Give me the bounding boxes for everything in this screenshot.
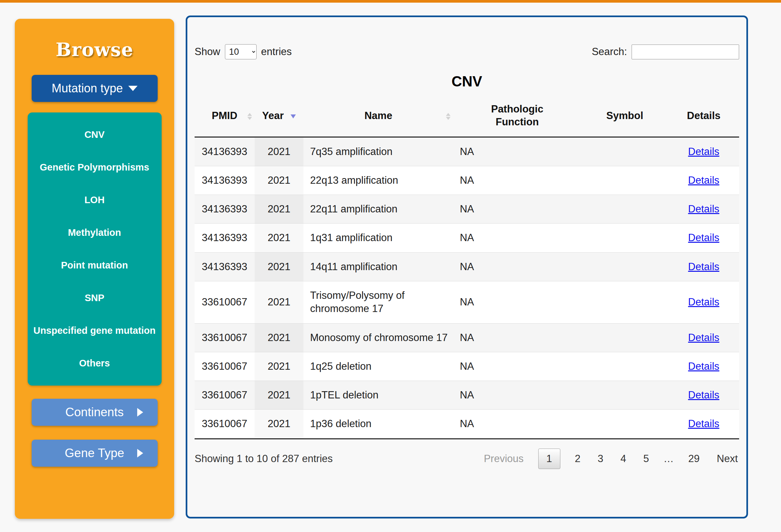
- column-header-name[interactable]: Name: [303, 97, 453, 137]
- cell-pmid: 34136393: [195, 137, 255, 166]
- page-length-select[interactable]: 10: [225, 44, 257, 59]
- table-row: 34136393 2021 22q11 amplification NA Det…: [195, 195, 739, 223]
- column-label: Symbol: [606, 110, 643, 121]
- pagination: Previous 1 2 3 4 5 … 29 Next: [475, 449, 739, 469]
- cell-year: 2021: [255, 381, 304, 410]
- cell-pmid: 33610067: [195, 381, 255, 410]
- sidebar-item-cnv[interactable]: CNV: [28, 118, 162, 151]
- cell-name: 22q13 amplification: [303, 166, 453, 195]
- entries-label: entries: [261, 46, 292, 58]
- cell-pathologic-function: NA: [453, 223, 581, 252]
- cell-pmid: 33610067: [195, 281, 255, 323]
- cell-symbol: [581, 381, 668, 410]
- details-link[interactable]: Details: [688, 361, 719, 372]
- mutation-type-list: CNV Genetic Polymorphisms LOH Methylatio…: [28, 113, 162, 385]
- column-header-pmid[interactable]: PMID: [195, 97, 255, 137]
- search-label: Search:: [592, 46, 627, 58]
- sidebar-item-snp[interactable]: SNP: [28, 282, 162, 314]
- table-row: 33610067 2021 Monosomy of chromosome 17 …: [195, 323, 739, 352]
- cell-pathologic-function: NA: [453, 195, 581, 223]
- sidebar-title: Browse: [56, 39, 133, 60]
- continents-button[interactable]: Continents: [32, 399, 158, 426]
- pagination-page-3[interactable]: 3: [598, 453, 603, 465]
- cell-name: 7q35 amplification: [303, 137, 453, 166]
- pagination-page-4[interactable]: 4: [620, 453, 626, 465]
- pagination-ellipsis: …: [664, 453, 674, 465]
- column-header-pathologic-function: Pathologic Function: [453, 97, 581, 137]
- details-link[interactable]: Details: [688, 232, 719, 243]
- mutation-type-label: Mutation type: [51, 81, 123, 95]
- pagination-page-29[interactable]: 29: [688, 453, 700, 465]
- details-link[interactable]: Details: [688, 203, 719, 215]
- cell-name: 1pTEL deletion: [303, 381, 453, 410]
- column-header-symbol: Symbol: [581, 97, 668, 137]
- continents-label: Continents: [65, 405, 124, 419]
- cell-year: 2021: [255, 195, 304, 223]
- cell-year: 2021: [255, 137, 304, 166]
- cell-pathologic-function: NA: [453, 381, 581, 410]
- pagination-previous[interactable]: Previous: [484, 453, 524, 465]
- cell-pathologic-function: NA: [453, 410, 581, 439]
- table-row: 34136393 2021 22q13 amplification NA Det…: [195, 166, 739, 195]
- column-header-details: Details: [668, 97, 739, 137]
- mutation-type-button[interactable]: Mutation type: [32, 75, 158, 102]
- column-header-year[interactable]: Year: [255, 97, 304, 137]
- table-row: 34136393 2021 14q11 amplification NA Det…: [195, 252, 739, 281]
- sidebar-item-loh[interactable]: LOH: [28, 184, 162, 216]
- browse-sidebar: Browse Mutation type CNV Genetic Polymor…: [15, 19, 174, 519]
- cell-pmid: 34136393: [195, 166, 255, 195]
- details-link[interactable]: Details: [688, 174, 719, 186]
- table-header-row: PMID Year Name Pathologic Function Symbo…: [195, 97, 739, 137]
- sidebar-item-unspecified-gene-mutation[interactable]: Unspecified gene mutation: [28, 314, 162, 347]
- details-link[interactable]: Details: [688, 418, 719, 429]
- cell-pmid: 34136393: [195, 195, 255, 223]
- cell-symbol: [581, 252, 668, 281]
- cell-symbol: [581, 281, 668, 323]
- sort-both-icon: [247, 113, 252, 120]
- cell-pathologic-function: NA: [453, 323, 581, 352]
- cell-name: Monosomy of chromosome 17: [303, 323, 453, 352]
- cell-name: 1q31 amplification: [303, 223, 453, 252]
- pagination-next[interactable]: Next: [717, 453, 738, 465]
- gene-type-button[interactable]: Gene Type: [32, 440, 158, 467]
- cell-name: 1p36 deletion: [303, 410, 453, 439]
- cell-year: 2021: [255, 223, 304, 252]
- pagination-page-5[interactable]: 5: [644, 453, 649, 465]
- cell-year: 2021: [255, 166, 304, 195]
- chevron-right-icon: [137, 449, 143, 457]
- sidebar-item-genetic-polymorphisms[interactable]: Genetic Polymorphisms: [28, 151, 162, 184]
- details-link[interactable]: Details: [688, 146, 719, 157]
- column-label: PMID: [212, 110, 238, 121]
- details-link[interactable]: Details: [688, 296, 719, 308]
- pagination-page-2[interactable]: 2: [575, 453, 580, 465]
- cell-pmid: 33610067: [195, 323, 255, 352]
- column-label: Details: [687, 110, 721, 121]
- cell-pathologic-function: NA: [453, 166, 581, 195]
- page-length-control: Show 10 entries: [195, 44, 292, 59]
- cell-symbol: [581, 195, 668, 223]
- sidebar-item-point-mutation[interactable]: Point mutation: [28, 249, 162, 282]
- gene-type-label: Gene Type: [65, 446, 124, 460]
- chevron-down-icon: [128, 86, 137, 91]
- cell-symbol: [581, 352, 668, 381]
- cell-symbol: [581, 137, 668, 166]
- cell-symbol: [581, 410, 668, 439]
- cell-year: 2021: [255, 323, 304, 352]
- cell-symbol: [581, 223, 668, 252]
- top-accent-bar: [0, 0, 781, 3]
- cell-pathologic-function: NA: [453, 352, 581, 381]
- cell-pathologic-function: NA: [453, 252, 581, 281]
- column-label: Name: [364, 110, 392, 121]
- cell-pmid: 33610067: [195, 410, 255, 439]
- pagination-page-1[interactable]: 1: [538, 449, 560, 469]
- cell-year: 2021: [255, 352, 304, 381]
- results-panel: Show 10 entries Search: CNV PMID Year: [186, 15, 748, 519]
- details-link[interactable]: Details: [688, 261, 719, 273]
- search-input[interactable]: [631, 44, 739, 59]
- details-link[interactable]: Details: [688, 332, 719, 343]
- cell-year: 2021: [255, 281, 304, 323]
- table-row: 34136393 2021 1q31 amplification NA Deta…: [195, 223, 739, 252]
- sidebar-item-others[interactable]: Others: [28, 347, 162, 380]
- details-link[interactable]: Details: [688, 389, 719, 401]
- sidebar-item-methylation[interactable]: Methylation: [28, 216, 162, 249]
